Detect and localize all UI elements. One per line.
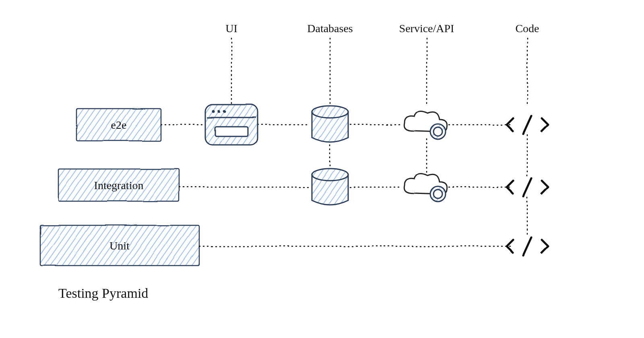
browser-window-icon [205,105,258,145]
code-angle-icon [506,178,548,196]
column-label-ui: UI [225,22,237,35]
testing-pyramid-diagram: UI Databases Service/API Code e2e Integr… [0,0,644,338]
level-label-unit: Unit [109,239,130,252]
svg-point-20 [212,110,215,113]
code-angle-icon [506,237,548,255]
database-cylinder-icon [312,169,348,205]
svg-line-32 [523,237,531,255]
database-cylinder-icon [312,106,348,142]
cloud-gear-icon [404,174,447,202]
column-label-db: Databases [307,22,353,35]
cloud-gear-icon [404,111,447,140]
svg-line-31 [523,178,531,196]
svg-line-30 [523,116,531,134]
column-label-svc: Service/API [399,22,454,35]
svg-point-24 [312,106,348,118]
column-label-code: Code [515,22,539,35]
diagram-title: Testing Pyramid [58,286,148,301]
svg-point-25 [312,169,348,181]
level-label-integration: Integration [94,179,144,192]
code-angle-icon [506,116,548,134]
svg-point-22 [223,110,226,113]
svg-point-29 [433,190,442,198]
svg-point-21 [218,110,221,113]
svg-rect-23 [215,127,248,136]
level-label-e2e: e2e [111,119,127,131]
svg-point-27 [433,127,442,136]
